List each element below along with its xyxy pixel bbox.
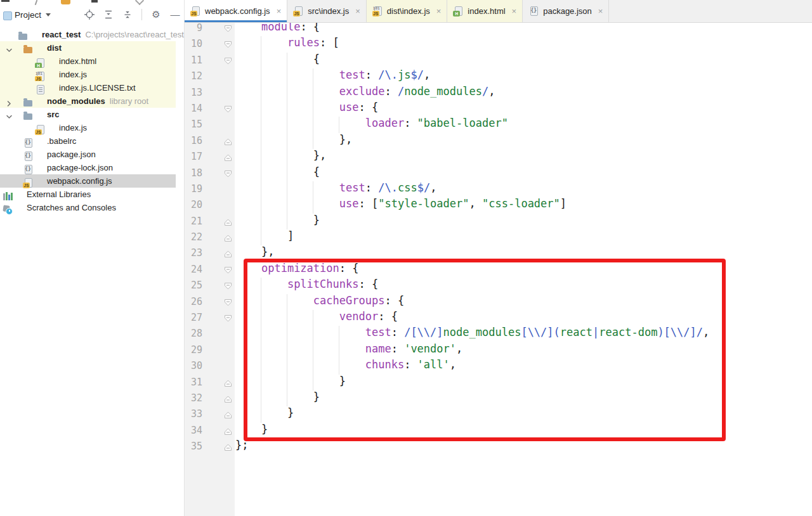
tab-close-icon[interactable]: × bbox=[598, 6, 603, 16]
fold-open-icon[interactable] bbox=[224, 314, 232, 322]
tree-item-node-modules[interactable]: node_moduleslibrary root bbox=[0, 94, 176, 108]
json-icon: {} bbox=[528, 6, 539, 16]
code-line[interactable]: { bbox=[235, 165, 812, 181]
indent-guide bbox=[261, 85, 261, 101]
cropped-toolbar-fragment bbox=[61, 0, 70, 4]
code-line[interactable]: } bbox=[235, 423, 812, 439]
tree-item-dist[interactable]: dist bbox=[0, 41, 176, 55]
code-line[interactable]: }; bbox=[235, 439, 812, 455]
tree-item-external-libraries[interactable]: External Libraries bbox=[0, 188, 176, 201]
tab-package.json[interactable]: {}package.json× bbox=[523, 0, 609, 22]
code-line[interactable]: }, bbox=[235, 245, 812, 261]
tree-item-webpack.config.js[interactable]: JSwebpack.config.js bbox=[0, 174, 176, 188]
tree-item-package-lock.json[interactable]: {}package-lock.json bbox=[0, 161, 176, 174]
chevron-down-icon[interactable] bbox=[6, 44, 13, 51]
indent-guide bbox=[261, 310, 261, 326]
toolbar-divider bbox=[141, 9, 142, 20]
tab-index.html[interactable]: Hindex.html× bbox=[447, 0, 523, 22]
fold-open-icon[interactable] bbox=[224, 169, 232, 177]
tab-close-icon[interactable]: × bbox=[355, 6, 360, 16]
code-line[interactable]: splitChunks: { bbox=[235, 278, 812, 293]
fold-open-icon[interactable] bbox=[224, 281, 232, 290]
fold-close-icon[interactable] bbox=[224, 410, 232, 418]
code-line[interactable]: }, bbox=[235, 133, 812, 149]
code-line[interactable]: loader: "babel-loader" bbox=[235, 117, 812, 132]
fold-open-icon[interactable] bbox=[224, 56, 232, 65]
code-line[interactable]: module: { bbox=[235, 22, 812, 36]
tab-close-icon[interactable]: × bbox=[277, 6, 282, 16]
tab-webpack.config.js[interactable]: JSwebpack.config.js× bbox=[185, 0, 287, 22]
settings-icon[interactable]: ⚙ bbox=[151, 10, 161, 20]
line-number: 23 bbox=[185, 245, 202, 261]
html-icon: H bbox=[35, 58, 46, 68]
gutter-line: 31 bbox=[185, 375, 235, 390]
fold-close-icon[interactable] bbox=[224, 249, 232, 257]
fold-close-icon[interactable] bbox=[224, 153, 232, 161]
code-line[interactable]: test: /\.css$/, bbox=[235, 181, 812, 197]
fold-close-icon[interactable] bbox=[224, 378, 232, 387]
fold-close-icon[interactable] bbox=[224, 137, 232, 145]
code-line[interactable]: use: { bbox=[235, 101, 812, 117]
fold-close-icon[interactable] bbox=[224, 442, 232, 451]
line-number: 11 bbox=[185, 53, 202, 68]
code-line[interactable]: test: /\.js$/, bbox=[235, 68, 812, 84]
tab-dist-index.js[interactable]: 101JSdist\index.js× bbox=[367, 0, 448, 22]
code-line[interactable]: }, bbox=[235, 149, 812, 165]
indent-guide bbox=[261, 358, 261, 374]
tree-item-src[interactable]: src bbox=[0, 108, 176, 121]
fold-close-icon[interactable] bbox=[224, 394, 232, 403]
code-line[interactable]: } bbox=[235, 390, 812, 406]
fold-open-icon[interactable] bbox=[224, 24, 232, 32]
indent-guide bbox=[313, 375, 313, 390]
locate-icon[interactable] bbox=[84, 10, 95, 20]
code-line[interactable]: exclude: /node_modules/, bbox=[235, 85, 812, 101]
tree-item-index.js[interactable]: JSindex.js bbox=[0, 121, 176, 134]
line-number: 29 bbox=[185, 342, 202, 358]
project-panel-title[interactable]: Project bbox=[15, 10, 41, 20]
code-line[interactable]: test: /[\\/]node_modules[\\/](react|reac… bbox=[235, 326, 812, 342]
gutter-line: 28 bbox=[185, 326, 235, 342]
tree-item-scratches-and-consoles[interactable]: Scratches and Consoles bbox=[0, 201, 176, 214]
tree-item-react-test[interactable]: react_testC:\projects\react\react_test bbox=[0, 28, 176, 41]
chevron-down-icon[interactable] bbox=[46, 13, 51, 16]
tree-item-.babelrc[interactable]: {}.babelrc bbox=[0, 134, 176, 148]
tree-item-index.js.license.txt[interactable]: index.js.LICENSE.txt bbox=[0, 81, 176, 94]
tab-close-icon[interactable]: × bbox=[512, 6, 517, 16]
tree-item-package.json[interactable]: {}package.json bbox=[0, 148, 176, 161]
tree-item-index.js[interactable]: 101JSindex.js bbox=[0, 68, 176, 81]
code-line[interactable]: name: 'vendor', bbox=[235, 342, 812, 358]
hide-icon[interactable]: — bbox=[170, 10, 180, 20]
expand-all-icon[interactable] bbox=[103, 10, 114, 20]
fold-open-icon[interactable] bbox=[224, 266, 232, 274]
gutter-line: 32 bbox=[185, 390, 235, 406]
fold-open-icon[interactable] bbox=[224, 40, 232, 48]
tree-item-index.html[interactable]: Hindex.html bbox=[0, 55, 176, 68]
fold-close-icon[interactable] bbox=[224, 427, 232, 435]
code-line[interactable]: ] bbox=[235, 229, 812, 245]
code-line[interactable]: } bbox=[235, 406, 812, 422]
code-line[interactable]: optimization: { bbox=[235, 262, 812, 278]
chevron-down-icon[interactable] bbox=[6, 111, 13, 118]
code-line[interactable]: } bbox=[235, 375, 812, 390]
code-line[interactable]: } bbox=[235, 214, 812, 229]
indent-guide bbox=[287, 68, 287, 84]
code-line[interactable]: rules: [ bbox=[235, 36, 812, 52]
code-line[interactable]: chunks: 'all', bbox=[235, 358, 812, 374]
indent-guide bbox=[287, 375, 287, 390]
chevron-right-icon[interactable] bbox=[6, 98, 13, 105]
tab-src-index.js[interactable]: JSsrc\index.js× bbox=[287, 0, 367, 22]
fold-close-icon[interactable] bbox=[224, 217, 232, 226]
fold-close-icon[interactable] bbox=[224, 233, 232, 242]
code-line[interactable]: { bbox=[235, 53, 812, 68]
code-editor[interactable]: module: { rules: [ { test: /\.js$/, excl… bbox=[235, 22, 812, 516]
code-line[interactable]: vendor: { bbox=[235, 310, 812, 326]
indent-guide bbox=[261, 68, 261, 84]
fold-open-icon[interactable] bbox=[224, 105, 232, 113]
code-line[interactable]: use: ["style-loader", "css-loader"] bbox=[235, 197, 812, 213]
indent-guide bbox=[287, 149, 287, 165]
tab-close-icon[interactable]: × bbox=[436, 6, 442, 16]
collapse-all-icon[interactable] bbox=[122, 10, 133, 20]
code-line[interactable]: cacheGroups: { bbox=[235, 294, 812, 310]
indent-guide bbox=[287, 101, 287, 117]
fold-open-icon[interactable] bbox=[224, 298, 232, 306]
